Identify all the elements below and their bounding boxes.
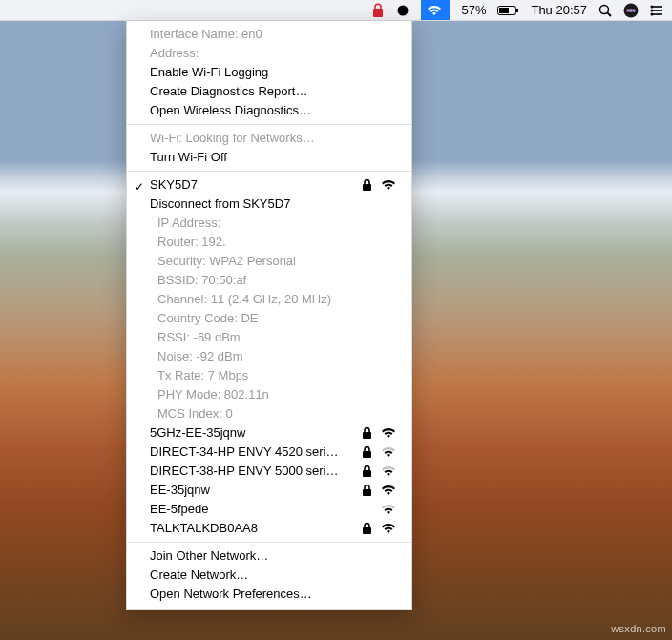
network-name: DIRECT-38-HP ENVY 5000 seri… — [150, 463, 361, 480]
wifi-menubar-icon[interactable] — [421, 0, 450, 20]
menubar: 57% Thu 20:57 — [0, 0, 672, 21]
svg-point-14 — [398, 5, 409, 15]
open-network-preferences[interactable]: Open Network Preferences… — [127, 585, 411, 604]
detail-noise: Noise: -92 dBm — [127, 347, 411, 366]
detail-bssid: BSSID: 70:50:af — [127, 271, 411, 290]
enable-wifi-logging[interactable]: Enable Wi-Fi Logging — [127, 63, 411, 82]
checkmark-icon: ✓ — [135, 178, 144, 196]
wifi-signal-icon — [381, 445, 396, 459]
menu-separator — [127, 542, 411, 543]
lock-icon — [361, 484, 373, 497]
lock-icon — [361, 426, 373, 440]
network-name: EE-5fpede — [150, 501, 361, 518]
menubar-datetime[interactable]: Thu 20:57 — [531, 3, 587, 17]
menu-separator — [127, 124, 411, 125]
detail-country: Country Code: DE — [127, 309, 411, 328]
battery-percent: 57% — [461, 3, 486, 17]
open-wireless-diagnostics[interactable]: Open Wireless Diagnostics… — [127, 101, 411, 120]
detail-channel: Channel: 11 (2.4 GHz, 20 MHz) — [127, 290, 411, 309]
turn-wifi-off[interactable]: Turn Wi-Fi Off — [127, 148, 411, 167]
network-row[interactable]: TALKTALKDB0AA8 — [127, 519, 411, 538]
lock-icon — [361, 178, 373, 192]
battery-icon[interactable] — [497, 5, 519, 16]
lock-icon — [361, 522, 373, 535]
network-name: DIRECT-34-HP ENVY 4520 seri… — [150, 444, 361, 461]
spotlight-search-icon[interactable] — [598, 4, 612, 17]
wifi-status: Wi-Fi: Looking for Networks… — [127, 129, 411, 148]
wifi-signal-icon — [381, 178, 396, 192]
watermark: wsxdn.com — [611, 623, 666, 634]
network-row[interactable]: DIRECT-38-HP ENVY 5000 seri… — [127, 462, 411, 481]
lock-icon — [361, 445, 373, 459]
wifi-signal-icon — [381, 465, 396, 478]
wifi-signal-icon — [381, 484, 396, 497]
wifi-signal-icon — [381, 522, 396, 535]
menu-separator — [127, 171, 411, 172]
menubar-lock-icon[interactable] — [371, 3, 385, 18]
detail-rssi: RSSI: -69 dBm — [127, 328, 411, 347]
notification-center-icon[interactable] — [650, 4, 664, 17]
network-row[interactable]: EE-35jqnw — [127, 481, 411, 500]
wifi-signal-icon — [381, 426, 396, 440]
detail-security: Security: WPA2 Personal — [127, 252, 411, 271]
siri-icon[interactable] — [623, 3, 639, 18]
wifi-signal-icon — [381, 503, 396, 516]
detail-router: Router: 192. — [127, 233, 411, 252]
address-label: Address: — [127, 44, 411, 63]
create-diagnostics-report[interactable]: Create Diagnostics Report… — [127, 82, 411, 101]
detail-ip: IP Address: — [127, 214, 411, 233]
detail-tx: Tx Rate: 7 Mbps — [127, 366, 411, 385]
network-row[interactable]: EE-5fpede — [127, 500, 411, 519]
create-network[interactable]: Create Network… — [127, 566, 411, 585]
join-other-network[interactable]: Join Other Network… — [127, 547, 411, 566]
detail-phy: PHY Mode: 802.11n — [127, 385, 411, 404]
menubar-dot-icon[interactable] — [396, 4, 410, 17]
detail-mcs: MCS Index: 0 — [127, 404, 411, 423]
network-name: 5GHz-EE-35jqnw — [150, 424, 361, 442]
disconnect-network[interactable]: Disconnect from SKY5D7 — [127, 195, 411, 214]
network-row[interactable]: DIRECT-34-HP ENVY 4520 seri… — [127, 443, 411, 462]
network-name: TALKTALKDB0AA8 — [150, 520, 361, 537]
wifi-menu-dropdown: Interface Name: en0 Address: Enable Wi-F… — [126, 21, 412, 610]
svg-rect-13 — [373, 9, 383, 17]
network-row[interactable]: 5GHz-EE-35jqnw — [127, 423, 411, 443]
interface-name: Interface Name: en0 — [127, 25, 411, 44]
network-name: EE-35jqnw — [150, 482, 361, 499]
connected-network-row[interactable]: ✓ SKY5D7 — [127, 175, 411, 195]
lock-icon — [361, 465, 373, 478]
